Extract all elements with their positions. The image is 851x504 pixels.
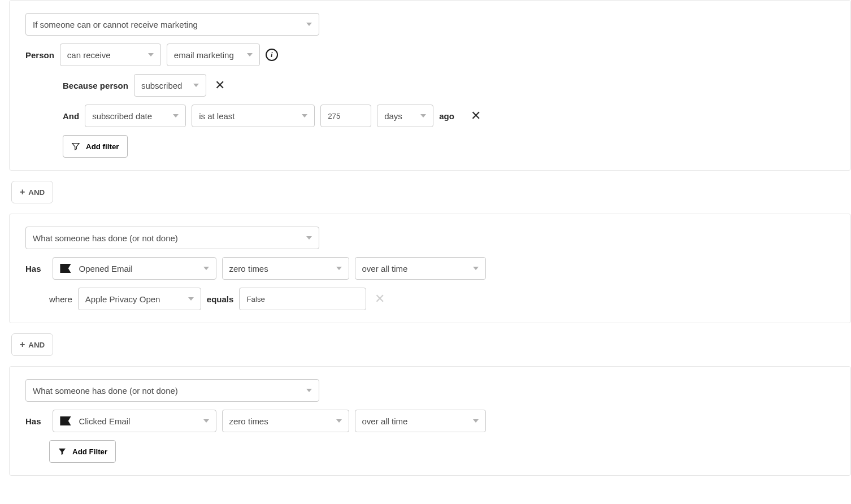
chevron-down-icon [193, 84, 199, 87]
has-label: Has [25, 264, 41, 273]
because-row: Because person subscribed ✕ [25, 74, 835, 97]
and-connector-label: AND [28, 188, 45, 197]
metric-value: Opened Email [79, 264, 133, 273]
timeframe-select[interactable]: over all time [355, 410, 486, 432]
count-select[interactable]: zero times [222, 257, 349, 280]
condition-type-label: What someone has done (or not done) [33, 233, 178, 243]
because-select[interactable]: subscribed [134, 74, 206, 97]
remove-date-button[interactable]: ✕ [468, 108, 484, 124]
add-filter-button[interactable]: Add Filter [49, 440, 116, 463]
filter-icon [71, 142, 80, 151]
can-receive-value: can receive [67, 50, 111, 60]
remove-because-button[interactable]: ✕ [212, 77, 228, 93]
condition-group-3: What someone has done (or not done) Has … [9, 366, 851, 476]
metric-value: Clicked Email [79, 416, 131, 426]
add-filter-label: Add Filter [72, 447, 107, 456]
condition-type-select[interactable]: What someone has done (or not done) [25, 227, 319, 249]
has-label: Has [25, 416, 41, 426]
channel-value: email marketing [174, 50, 234, 60]
chevron-down-icon [306, 23, 312, 26]
condition-type-label: If someone can or cannot receive marketi… [33, 20, 198, 29]
count-value: zero times [229, 416, 268, 426]
comparator-value: is at least [199, 111, 235, 121]
comparator-select[interactable]: is at least [192, 105, 315, 127]
where-field-value: Apple Privacy Open [85, 294, 160, 304]
condition-type-select[interactable]: If someone can or cannot receive marketi… [25, 13, 319, 36]
brand-icon [60, 264, 71, 273]
chevron-down-icon [302, 114, 307, 118]
plus-icon: + [20, 187, 25, 197]
chevron-down-icon [473, 267, 479, 270]
and-connector-button[interactable]: + AND [11, 181, 53, 203]
where-label: where [49, 294, 72, 304]
timeframe-value: over all time [362, 416, 408, 426]
and-connector-button[interactable]: + AND [11, 333, 53, 356]
condition-type-label: What someone has done (or not done) [33, 386, 178, 396]
chevron-down-icon [420, 114, 426, 118]
channel-select[interactable]: email marketing [167, 44, 260, 66]
unit-value: days [384, 111, 402, 121]
can-receive-select[interactable]: can receive [60, 44, 161, 66]
chevron-down-icon [247, 53, 253, 57]
chevron-down-icon [473, 419, 479, 423]
chevron-down-icon [148, 53, 154, 57]
remove-where-button[interactable]: ✕ [372, 291, 388, 307]
add-filter-button[interactable]: Add filter [63, 135, 128, 158]
condition-group-1: If someone can or cannot receive marketi… [9, 0, 851, 171]
timeframe-value: over all time [362, 264, 408, 273]
chevron-down-icon [203, 267, 209, 270]
where-value-input[interactable] [239, 288, 366, 310]
timeframe-select[interactable]: over all time [355, 257, 486, 280]
equals-label: equals [207, 294, 234, 304]
has-row: Has Opened Email zero times over all tim… [25, 257, 835, 280]
close-icon: ✕ [471, 110, 481, 122]
count-value: zero times [229, 264, 268, 273]
close-icon: ✕ [375, 293, 385, 305]
ago-label: ago [439, 111, 454, 121]
and-label: And [63, 111, 79, 121]
date-field-value: subscribed date [92, 111, 152, 121]
chevron-down-icon [336, 267, 342, 270]
plus-icon: + [20, 340, 25, 350]
where-row: where Apple Privacy Open equals ✕ [25, 288, 835, 310]
unit-select[interactable]: days [377, 105, 433, 127]
chevron-down-icon [173, 114, 179, 118]
person-label: Person [25, 50, 54, 60]
chevron-down-icon [306, 236, 312, 240]
date-row: And subscribed date is at least days ago… [25, 105, 835, 127]
because-label: Because person [63, 81, 128, 90]
brand-icon [60, 416, 71, 425]
condition-group-2: What someone has done (or not done) Has … [9, 214, 851, 323]
where-field-select[interactable]: Apple Privacy Open [78, 288, 201, 310]
info-icon[interactable]: i [266, 49, 278, 61]
because-value: subscribed [141, 81, 183, 90]
has-row: Has Clicked Email zero times over all ti… [25, 410, 835, 432]
chevron-down-icon [336, 419, 342, 423]
add-filter-label: Add filter [86, 142, 119, 151]
count-select[interactable]: zero times [222, 410, 349, 432]
close-icon: ✕ [215, 79, 225, 92]
chevron-down-icon [188, 297, 194, 301]
chevron-down-icon [203, 419, 209, 423]
person-row: Person can receive email marketing i [25, 44, 835, 66]
metric-select[interactable]: Clicked Email [53, 410, 216, 432]
metric-select[interactable]: Opened Email [53, 257, 216, 280]
condition-type-select[interactable]: What someone has done (or not done) [25, 379, 319, 402]
filter-icon [58, 447, 67, 456]
amount-input[interactable] [320, 105, 371, 127]
chevron-down-icon [306, 389, 312, 392]
and-connector-label: AND [28, 341, 45, 349]
date-field-select[interactable]: subscribed date [85, 105, 186, 127]
